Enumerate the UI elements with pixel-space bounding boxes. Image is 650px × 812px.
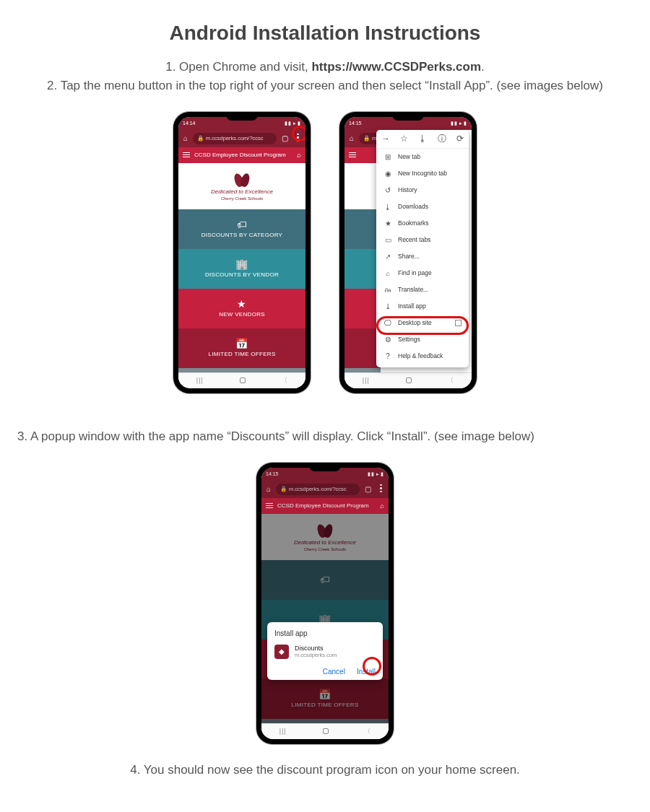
menu-label: Downloads [398, 203, 428, 210]
site-header: CCSD Employee Discount Program ⌕ [178, 147, 306, 163]
chrome-toolbar: ⌂ 🔒 m.ccsdperks.com/?ccsc ▢ [178, 130, 306, 147]
incognito-icon: ◉ [384, 170, 392, 178]
menu-label: New tab [398, 153, 420, 160]
tile-more[interactable]: ◎ [178, 368, 306, 372]
star-icon[interactable]: ☆ [400, 134, 408, 144]
nav-recent-icon[interactable]: ||| [280, 728, 287, 735]
tile-label: NEW VENDORS [219, 311, 265, 318]
step-2: 2. Tap the menu button in the top right … [14, 77, 636, 95]
status-time: 14:15 [266, 471, 279, 476]
screenshots-row-1: 14:14 ▮▮ ▸ ▮ ⌂ 🔒 m.ccsdperks.com/?ccsc ▢… [14, 112, 636, 393]
url-text: m.ccsdperks.com/?ccsc [289, 484, 347, 495]
menu-history[interactable]: ↺History [376, 182, 469, 198]
dialog-title: Install app [274, 629, 376, 637]
menu-downloads[interactable]: ⭳Downloads [376, 198, 469, 215]
tile-discounts-category[interactable]: 🏷 DISCOUNTS BY CATEGORY [178, 209, 306, 249]
nav-home-icon[interactable] [240, 377, 246, 383]
nav-home-icon[interactable] [406, 377, 412, 383]
callout-circle-menu [292, 126, 306, 141]
site-peek: ⌂ 🔒m DIS D [344, 130, 381, 372]
url-bar[interactable]: 🔒 m.ccsdperks.com/?ccsc [193, 133, 277, 144]
menu-label: Translate... [398, 286, 428, 293]
search-icon[interactable]: ⌕ [297, 151, 301, 159]
nav-recent-icon[interactable]: ||| [196, 377, 204, 384]
tabs-icon[interactable]: ▢ [280, 134, 290, 144]
menu-incognito[interactable]: ◉New Incognito tab [376, 165, 469, 182]
menu-label: Help & feedback [398, 352, 443, 359]
step-3: 3. A popup window with the app name “Dis… [14, 429, 636, 444]
menu-bookmarks[interactable]: ★Bookmarks [376, 215, 469, 232]
recent-tabs-icon: ▭ [384, 236, 392, 244]
menu-new-tab[interactable]: ⊞New tab [376, 149, 469, 165]
hamburger-icon [266, 503, 273, 509]
tile-limited-time[interactable]: 📅 LIMITED TIME OFFERS [178, 328, 306, 368]
search-icon: ⌕ [380, 502, 384, 510]
status-icons: ▮▮ ▸ ▮ [451, 121, 467, 126]
phone-notch [309, 464, 341, 471]
chrome-toolbar: ⌂ 🔒 m.ccsdperks.com/?ccsc ▢ [261, 481, 389, 498]
info-icon[interactable]: ⓘ [438, 133, 446, 145]
url-text: m.ccsdperks.com/?ccsc [206, 133, 264, 144]
refresh-icon[interactable]: ⟳ [456, 134, 464, 144]
tabs-icon: ▢ [363, 484, 373, 494]
logo-line1: Dedicated to Excellence [211, 188, 273, 195]
android-nav-bar: ||| 〈 [344, 372, 472, 388]
status-time: 14:14 [183, 121, 196, 126]
gear-icon: ⚙ [384, 336, 392, 344]
tag-icon: 🏷 [237, 219, 247, 230]
phone-screenshot-3: 14:15 ▮▮ ▸ ▮ ⌂ 🔒 m.ccsdperks.com/?ccsc ▢… [256, 463, 394, 744]
tile-label: DISCOUNTS BY VENDOR [205, 271, 279, 278]
menu-label: Install app [398, 302, 426, 310]
menu-share[interactable]: ↗Share... [376, 248, 469, 265]
menu-label: New Incognito tab [398, 170, 447, 177]
site-header-title: CCSD Employee Discount Program [194, 152, 286, 158]
url-bar: 🔒 m.ccsdperks.com/?ccsc [276, 484, 360, 495]
callout-circle-install-button [363, 657, 381, 676]
menu-recent-tabs[interactable]: ▭Recent tabs [376, 232, 469, 248]
intro-steps: 1. Open Chrome and visit, https://www.CC… [14, 58, 636, 96]
logo-line2: Cherry Creek Schools [221, 196, 264, 201]
hamburger-icon[interactable] [183, 152, 190, 158]
downloads-icon: ⭳ [384, 203, 392, 211]
forward-icon[interactable]: → [381, 134, 390, 144]
dialog-app-row: ◆ Discounts m.ccsdperks.com [274, 645, 376, 659]
menu-label: Find in page [398, 269, 432, 276]
share-icon: ↗ [384, 253, 392, 261]
page-title: Android Installation Instructions [14, 22, 636, 45]
phone-screenshot-1: 14:14 ▮▮ ▸ ▮ ⌂ 🔒 m.ccsdperks.com/?ccsc ▢… [173, 112, 311, 393]
menu-label: History [398, 186, 417, 193]
menu-translate[interactable]: 🗛Translate... [376, 281, 469, 298]
tile-label: LIMITED TIME OFFERS [208, 351, 275, 357]
home-icon: ⌂ [347, 134, 356, 143]
bookmark-icon: ★ [384, 219, 392, 227]
home-icon: ⌂ [264, 485, 273, 494]
step-1-prefix: 1. Open Chrome and visit, [165, 60, 311, 74]
nav-recent-icon[interactable]: ||| [363, 377, 370, 384]
menu-install-app[interactable]: ⤓Install app [376, 298, 469, 315]
tile-discounts-vendor[interactable]: 🏢 DISCOUNTS BY VENDOR [178, 249, 306, 289]
download-icon[interactable]: ⭳ [418, 134, 427, 144]
menu-help[interactable]: ?Help & feedback [376, 348, 469, 364]
dialog-cancel-button[interactable]: Cancel [323, 668, 345, 676]
site-header: CCSD Employee Discount Program ⌕ [261, 498, 389, 514]
building-icon: 🏢 [235, 259, 248, 269]
nav-back-icon[interactable]: 〈 [447, 376, 454, 385]
calendar-icon: 📅 [235, 339, 248, 349]
home-icon[interactable]: ⌂ [181, 134, 190, 143]
nav-home-icon[interactable] [323, 728, 329, 734]
step-4: 4. You should now see the discount progr… [14, 763, 636, 777]
menu-label: Share... [398, 253, 420, 260]
menu-label: Recent tabs [398, 236, 430, 243]
plus-box-icon: ⊞ [384, 153, 392, 161]
step-1-url: https://www.CCSDPerks.com [311, 60, 481, 74]
help-icon: ? [384, 352, 392, 360]
callout-oval-install [376, 316, 469, 335]
tile-new-vendors[interactable]: ★ NEW VENDORS [178, 289, 306, 328]
menu-find[interactable]: ⌕Find in page [376, 265, 469, 281]
dropdown-toolbar: → ☆ ⭳ ⓘ ⟳ [376, 130, 469, 149]
nav-back-icon[interactable]: 〈 [364, 727, 370, 736]
status-time: 14:15 [349, 121, 362, 126]
phone-notch [226, 113, 258, 121]
tile-label: DISCOUNTS BY CATEGORY [202, 232, 283, 238]
nav-back-icon[interactable]: 〈 [281, 376, 287, 385]
